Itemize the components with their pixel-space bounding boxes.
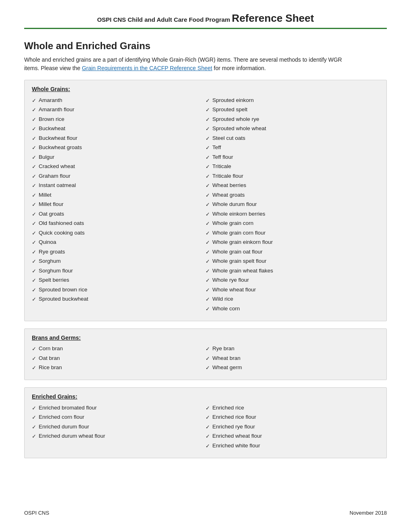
list-item: ✓Teff flour bbox=[206, 152, 379, 162]
list-item: ✓Enriched white flour bbox=[206, 441, 379, 451]
checkmark-icon: ✓ bbox=[32, 125, 36, 133]
checkmark-icon: ✓ bbox=[206, 154, 210, 162]
list-item-text: Enriched durum flour bbox=[39, 423, 89, 431]
checkmark-icon: ✓ bbox=[206, 201, 210, 209]
checkmark-icon: ✓ bbox=[206, 163, 210, 171]
checkmark-icon: ✓ bbox=[32, 239, 36, 247]
list-item-text: Sorghum flour bbox=[39, 267, 73, 275]
list-item: ✓Sprouted brown rice bbox=[32, 285, 206, 295]
list-item: ✓Graham flour bbox=[32, 171, 206, 181]
brans-germs-right-col: ✓Rye bran✓Wheat bran✓Wheat germ bbox=[206, 344, 379, 373]
list-item-text: Corn bran bbox=[39, 345, 63, 353]
list-item-text: Wheat berries bbox=[212, 181, 246, 189]
checkmark-icon: ✓ bbox=[206, 172, 210, 181]
list-item: ✓Corn bran bbox=[32, 344, 206, 354]
list-item: ✓Whole grain wheat flakes bbox=[206, 266, 379, 276]
list-item: ✓Triticale bbox=[206, 162, 379, 172]
list-item: ✓Whole grain corn bbox=[206, 219, 379, 229]
list-item: ✓Cracked wheat bbox=[32, 162, 206, 172]
page: OSPI CNS Child and Adult Care Food Progr… bbox=[0, 0, 411, 532]
checkmark-icon: ✓ bbox=[206, 125, 210, 133]
list-item: ✓Whole corn bbox=[206, 304, 379, 314]
list-item: ✓Rye bran bbox=[206, 344, 379, 354]
list-item-text: Quinoa bbox=[39, 238, 56, 246]
list-item-text: Rye groats bbox=[39, 248, 65, 256]
checkmark-icon: ✓ bbox=[32, 345, 36, 353]
list-item: ✓Enriched rice bbox=[206, 403, 379, 413]
list-item-text: Triticale bbox=[212, 162, 231, 170]
checkmark-icon: ✓ bbox=[32, 182, 36, 190]
list-item: ✓Quinoa bbox=[32, 238, 206, 247]
list-item: ✓Buckwheat flour bbox=[32, 133, 206, 143]
list-item: ✓Enriched wheat flour bbox=[206, 432, 379, 441]
list-item: ✓Whole grain spelt flour bbox=[206, 257, 379, 266]
whole-grains-right-list: ✓Sprouted einkorn✓Sprouted spelt✓Sproute… bbox=[206, 96, 379, 314]
list-item-text: Rye bran bbox=[212, 345, 235, 353]
list-item: ✓Wild rice bbox=[206, 295, 379, 304]
list-item-text: Whole grain oat flour bbox=[212, 248, 263, 256]
checkmark-icon: ✓ bbox=[32, 116, 36, 124]
checkmark-icon: ✓ bbox=[32, 267, 36, 275]
list-item-text: Rice bran bbox=[39, 364, 62, 372]
list-item: ✓Amaranth bbox=[32, 96, 206, 105]
brans-germs-left-col: ✓Corn bran✓Oat bran✓Rice bran bbox=[32, 344, 206, 373]
list-item-text: Whole grain corn flour bbox=[212, 229, 266, 237]
list-item-text: Buckwheat bbox=[39, 125, 65, 133]
list-item-text: Enriched bromated flour bbox=[39, 404, 97, 412]
checkmark-icon: ✓ bbox=[206, 295, 210, 303]
list-item-text: Enriched corn flour bbox=[39, 413, 84, 421]
list-item-text: Triticale flour bbox=[212, 172, 243, 180]
list-item-text: Buckwheat flour bbox=[39, 134, 77, 142]
list-item-text: Enriched durum wheat flour bbox=[39, 432, 105, 440]
whole-grains-title: Whole Grains: bbox=[32, 86, 379, 92]
whole-grains-section: Whole Grains: ✓Amaranth✓Amaranth flour✓B… bbox=[24, 80, 387, 321]
whole-grains-left-list: ✓Amaranth✓Amaranth flour✓Brown rice✓Buck… bbox=[32, 96, 206, 304]
list-item-text: Wheat groats bbox=[212, 191, 245, 199]
list-item-text: Whole corn bbox=[212, 305, 240, 313]
list-item: ✓Whole durum flour bbox=[206, 200, 379, 210]
list-item-text: Spelt berries bbox=[39, 276, 69, 284]
checkmark-icon: ✓ bbox=[32, 286, 36, 294]
list-item-text: Brown rice bbox=[39, 115, 64, 123]
checkmark-icon: ✓ bbox=[206, 423, 210, 431]
checkmark-icon: ✓ bbox=[32, 276, 36, 285]
enriched-grains-columns: ✓Enriched bromated flour✓Enriched corn f… bbox=[32, 403, 379, 451]
list-item-text: Whole einkorn berries bbox=[212, 210, 265, 218]
list-item-text: Enriched wheat flour bbox=[212, 432, 262, 440]
page-header: OSPI CNS Child and Adult Care Food Progr… bbox=[24, 12, 387, 29]
list-item: ✓Triticale flour bbox=[206, 171, 379, 181]
checkmark-icon: ✓ bbox=[32, 163, 36, 171]
list-item-text: Quick cooking oats bbox=[39, 229, 85, 237]
checkmark-icon: ✓ bbox=[32, 295, 36, 303]
checkmark-icon: ✓ bbox=[206, 258, 210, 266]
checkmark-icon: ✓ bbox=[206, 220, 210, 228]
list-item: ✓Sprouted buckwheat bbox=[32, 295, 206, 304]
list-item-text: Enriched rice bbox=[212, 404, 244, 412]
list-item: ✓Millet bbox=[32, 190, 206, 200]
checkmark-icon: ✓ bbox=[206, 276, 210, 285]
list-item-text: Sprouted spelt bbox=[212, 106, 247, 114]
checkmark-icon: ✓ bbox=[32, 423, 36, 431]
checkmark-icon: ✓ bbox=[32, 364, 36, 372]
page-footer: OSPI CNS November 2018 bbox=[24, 498, 387, 516]
intro-text-after: for more information. bbox=[212, 65, 266, 71]
list-item-text: Sprouted whole wheat bbox=[212, 125, 266, 133]
checkmark-icon: ✓ bbox=[32, 210, 36, 218]
checkmark-icon: ✓ bbox=[32, 355, 36, 363]
enriched-grains-section: Enriched Grains: ✓Enriched bromated flou… bbox=[24, 387, 387, 458]
intro-paragraph: Whole and enriched grains are a part of … bbox=[24, 56, 355, 73]
list-item: ✓Whole grain corn flour bbox=[206, 228, 379, 238]
list-item: ✓Sprouted einkorn bbox=[206, 96, 379, 105]
grain-requirements-link[interactable]: Grain Requirements in the CACFP Referenc… bbox=[82, 65, 212, 71]
checkmark-icon: ✓ bbox=[206, 210, 210, 218]
list-item: ✓Wheat bran bbox=[206, 353, 379, 363]
page-title: Whole and Enriched Grains bbox=[24, 40, 387, 52]
list-item: ✓Sprouted spelt bbox=[206, 105, 379, 115]
footer-right: November 2018 bbox=[350, 510, 387, 516]
checkmark-icon: ✓ bbox=[206, 191, 210, 200]
list-item: ✓Rice bran bbox=[32, 363, 206, 373]
list-item-text: Sprouted whole rye bbox=[212, 115, 259, 123]
checkmark-icon: ✓ bbox=[32, 154, 36, 162]
list-item: ✓Steel cut oats bbox=[206, 133, 379, 143]
header-prefix: OSPI CNS Child and Adult Care Food Progr… bbox=[97, 16, 230, 23]
